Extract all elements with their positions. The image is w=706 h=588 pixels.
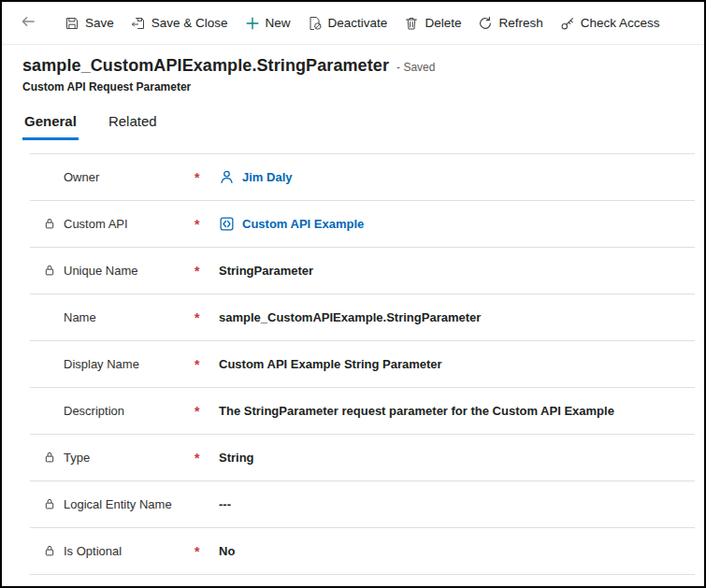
custom-api-icon xyxy=(219,216,235,232)
toolbar-button-label: Save & Close xyxy=(151,16,228,30)
form-body: Owner*Jim DalyCustom API*Custom API Exam… xyxy=(30,153,695,575)
field-label: Display Name xyxy=(64,357,195,371)
field-value[interactable]: String xyxy=(219,451,254,465)
required-asterisk: * xyxy=(195,264,219,279)
back-arrow-icon xyxy=(20,13,36,33)
toolbar-button-label: Refresh xyxy=(498,16,542,30)
lock-icon xyxy=(43,217,64,231)
toolbar-button-label: Save xyxy=(85,16,114,30)
record-header: sample_CustomAPIExample.StringParameter … xyxy=(2,45,704,93)
lock-placeholder xyxy=(43,170,64,184)
deactivate-icon xyxy=(308,16,323,31)
required-asterisk: * xyxy=(195,357,219,372)
tab-general[interactable]: General xyxy=(22,109,79,140)
lock-icon xyxy=(43,497,64,511)
field-row-unique-name: Unique Name*StringParameter xyxy=(30,248,695,294)
toolbar-button-save-close[interactable]: Save & Close xyxy=(122,9,237,37)
field-value-link[interactable]: Custom API Example xyxy=(242,217,364,231)
field-row-display-name: Display Name*Custom API Example String P… xyxy=(30,341,695,388)
toolbar-button-label: New xyxy=(266,16,291,30)
toolbar-button-label: Delete xyxy=(425,16,461,30)
person-icon xyxy=(219,169,235,185)
toolbar-button-delete[interactable]: Delete xyxy=(396,9,469,37)
field-label: Custom API xyxy=(64,217,195,231)
field-label: Description xyxy=(64,404,195,418)
field-row-name: Name*sample_CustomAPIExample.StringParam… xyxy=(30,294,695,341)
required-asterisk: * xyxy=(195,310,219,325)
field-value[interactable]: --- xyxy=(219,497,231,511)
field-label: Name xyxy=(64,310,195,324)
check-access-icon xyxy=(560,16,575,31)
field-row-custom-api: Custom API*Custom API Example xyxy=(30,201,695,248)
field-value[interactable]: sample_CustomAPIExample.StringParameter xyxy=(219,310,481,324)
field-label: Owner xyxy=(64,170,195,184)
field-label: Is Optional xyxy=(64,544,195,558)
toolbar-button-save[interactable]: Save xyxy=(56,9,122,37)
toolbar-button-label: Check Access xyxy=(581,16,660,30)
toolbar-button-refresh[interactable]: Refresh xyxy=(469,9,551,37)
back-button[interactable] xyxy=(13,8,43,38)
field-value[interactable]: No xyxy=(219,544,235,558)
lock-icon xyxy=(43,544,64,558)
toolbar-button-label: Deactivate xyxy=(328,16,388,30)
plus-icon xyxy=(245,16,260,31)
lock-placeholder xyxy=(43,357,64,371)
command-bar: SaveSave & CloseNewDeactivateDeleteRefre… xyxy=(2,2,704,45)
app-window: SaveSave & CloseNewDeactivateDeleteRefre… xyxy=(0,0,706,588)
refresh-icon xyxy=(478,16,493,31)
field-row-owner: Owner*Jim Daly xyxy=(30,154,695,201)
toolbar-button-deactivate[interactable]: Deactivate xyxy=(299,9,396,37)
lock-icon xyxy=(43,264,64,278)
field-row-description: Description*The StringParameter request … xyxy=(30,388,695,435)
title-line: sample_CustomAPIExample.StringParameter … xyxy=(22,56,684,76)
field-value[interactable]: The StringParameter request parameter fo… xyxy=(219,404,614,418)
required-asterisk: * xyxy=(195,544,219,559)
required-asterisk: * xyxy=(195,170,219,185)
required-asterisk: * xyxy=(195,404,219,419)
field-row-type: Type*String xyxy=(30,435,695,481)
field-row-is-optional: Is Optional*No xyxy=(30,528,695,575)
save-icon xyxy=(65,16,79,31)
lock-placeholder xyxy=(43,310,64,324)
field-value[interactable]: Custom API Example String Parameter xyxy=(219,357,442,371)
toolbar-buttons: SaveSave & CloseNewDeactivateDeleteRefre… xyxy=(56,9,669,37)
toolbar-button-new[interactable]: New xyxy=(237,9,299,37)
lock-placeholder xyxy=(43,404,64,418)
field-value[interactable]: Jim Daly xyxy=(219,169,292,185)
entity-subtitle: Custom API Request Parameter xyxy=(22,80,684,93)
field-label: Logical Entity Name xyxy=(64,497,195,511)
save-status: - Saved xyxy=(396,61,435,74)
required-asterisk: * xyxy=(195,217,219,232)
tab-related[interactable]: Related xyxy=(107,109,159,140)
field-label: Type xyxy=(64,451,195,465)
save-close-icon xyxy=(131,16,146,31)
field-row-logical-entity-name: Logical Entity Name--- xyxy=(30,481,695,528)
lock-icon xyxy=(43,451,64,465)
field-label: Unique Name xyxy=(64,264,195,278)
field-value[interactable]: StringParameter xyxy=(219,264,313,278)
delete-icon xyxy=(404,16,419,31)
toolbar-button-check-access[interactable]: Check Access xyxy=(552,9,669,37)
field-value[interactable]: Custom API Example xyxy=(219,216,364,232)
page-title: sample_CustomAPIExample.StringParameter xyxy=(22,56,389,76)
required-asterisk: * xyxy=(195,451,219,466)
tab-list: GeneralRelated xyxy=(2,109,704,140)
field-value-link[interactable]: Jim Daly xyxy=(242,170,292,184)
